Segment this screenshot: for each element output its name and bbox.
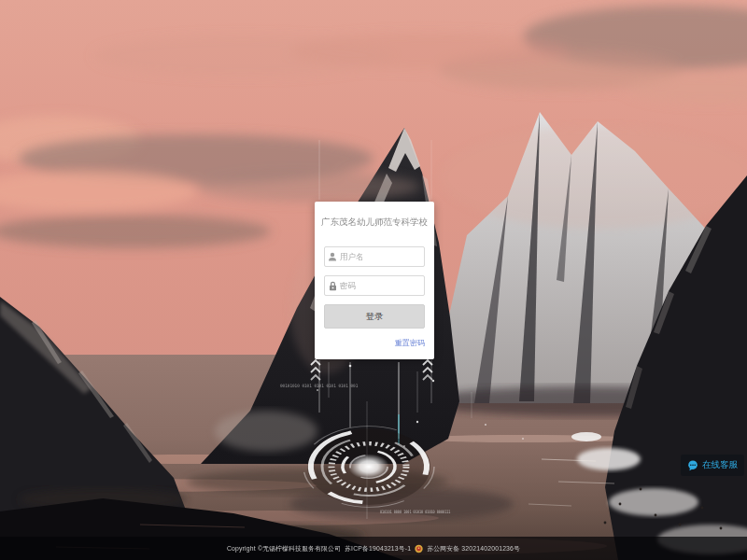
- login-page: 00101010 0101 0101 0101 0101 001 010101 …: [0, 0, 747, 560]
- login-card: 广东茂名幼儿师范专科学校 登录 重置密码: [315, 202, 434, 359]
- school-name-title: 广东茂名幼儿师范专科学校: [315, 217, 434, 229]
- chat-bubble-icon: [687, 460, 698, 471]
- binary-text-left: 00101010 0101 0101 0101 0101 001: [280, 384, 358, 388]
- login-button[interactable]: 登录: [324, 304, 425, 329]
- username-field: [324, 246, 425, 267]
- online-service-label: 在线客服: [702, 459, 738, 471]
- username-input[interactable]: [340, 252, 424, 261]
- footer-bar: Copyright ©无锡柠檬科技服务有限公司 苏ICP备19043213号-1…: [0, 537, 747, 560]
- icp-number-text: 苏ICP备19043213号-1: [345, 544, 411, 553]
- binary-text-right: 010101 0000 1001 01010 01010 0000111: [380, 510, 450, 514]
- copyright-text: Copyright ©无锡柠檬科技服务有限公司: [227, 544, 341, 553]
- password-field: [324, 275, 425, 296]
- user-icon: [325, 252, 340, 261]
- online-service-button[interactable]: 在线客服: [681, 455, 744, 476]
- police-number-text: 苏公网安备 32021402001236号: [427, 544, 520, 553]
- reset-password-link[interactable]: 重置密码: [395, 338, 425, 348]
- police-badge-icon: [415, 544, 423, 553]
- lock-icon: [325, 281, 340, 291]
- password-input[interactable]: [340, 281, 424, 290]
